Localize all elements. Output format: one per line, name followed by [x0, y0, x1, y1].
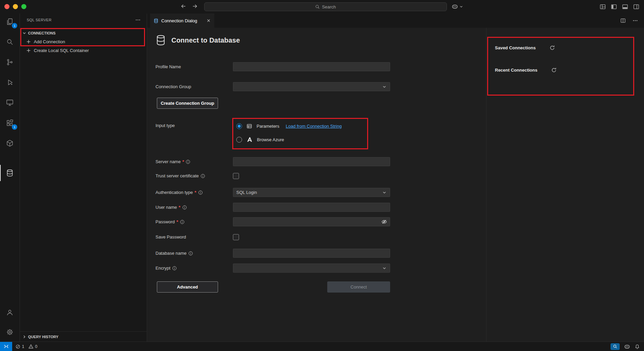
sql-server-icon: [6, 169, 14, 177]
user-name-label: User name *: [156, 205, 233, 210]
connections-section-label: CONNECTIONS: [28, 31, 55, 35]
required-marker: *: [182, 159, 184, 164]
activity-item-settings[interactable]: [0, 324, 20, 340]
parameters-option-row: Parameters Load from Connection String: [233, 122, 342, 130]
window-controls: [4, 4, 26, 9]
toggle-password-visibility-icon[interactable]: [381, 219, 387, 225]
customize-layout-button[interactable]: [600, 4, 606, 10]
encrypt-row: Encrypt: [156, 264, 390, 273]
copilot-menu-button[interactable]: [452, 3, 463, 10]
source-control-icon: [6, 58, 14, 66]
notifications-bell-icon[interactable]: [635, 344, 640, 349]
extensions-badge: 1: [12, 124, 17, 130]
status-bar: 1 0: [0, 342, 644, 351]
warning-icon: [28, 344, 33, 349]
sidebar-item-add-connection[interactable]: Add Connection: [20, 37, 147, 46]
activity-item-extensions[interactable]: 1: [0, 115, 20, 131]
info-icon[interactable]: [172, 266, 177, 271]
minimize-window-button[interactable]: [13, 4, 18, 9]
forward-button[interactable]: [192, 3, 198, 9]
plus-icon: [26, 48, 31, 53]
close-window-button[interactable]: [4, 4, 9, 9]
create-connection-group-button[interactable]: Create Connection Group: [157, 98, 218, 109]
connection-group-label: Connection Group: [156, 84, 233, 89]
recent-connections-label: Recent Connections: [495, 68, 538, 73]
query-history-section-header[interactable]: QUERY HISTORY: [20, 331, 147, 342]
toggle-panel-button[interactable]: [622, 4, 628, 10]
server-name-label: Server name *: [156, 159, 233, 164]
connection-group-row: Connection Group: [156, 82, 390, 91]
recent-connections-section: Recent Connections: [495, 66, 557, 74]
advanced-button[interactable]: Advanced: [157, 281, 218, 293]
sidebar-item-label: Create Local SQL Container: [34, 48, 89, 53]
database-icon: [156, 34, 166, 46]
connect-button[interactable]: Connect: [327, 281, 390, 293]
toggle-primary-sidebar-button[interactable]: [611, 4, 617, 10]
save-password-label: Save Password: [156, 234, 233, 240]
search-icon: [6, 38, 14, 46]
parameters-radio[interactable]: [236, 123, 242, 129]
info-icon[interactable]: [188, 251, 193, 256]
input-type-row: Input type Parameters Load from Connecti…: [156, 122, 342, 144]
authentication-type-label: Authentication type *: [156, 190, 233, 195]
activity-item-explorer[interactable]: 1: [0, 14, 20, 30]
info-icon[interactable]: [180, 220, 185, 224]
back-button[interactable]: [181, 3, 186, 9]
refresh-icon[interactable]: [549, 45, 555, 51]
profile-name-input[interactable]: [233, 62, 390, 71]
required-marker: *: [195, 190, 196, 195]
info-icon[interactable]: [198, 190, 203, 195]
saved-connections-label: Saved Connections: [495, 45, 536, 50]
trust-server-certificate-checkbox[interactable]: [233, 173, 239, 179]
activity-item-run-and-debug[interactable]: [0, 74, 20, 91]
trust-server-certificate-row: Trust server certificate: [156, 171, 239, 180]
page-title: Connect to Database: [171, 36, 240, 44]
explorer-badge: 1: [12, 23, 17, 28]
chevron-down-icon: [382, 84, 387, 89]
tab-bar: Connection Dialog: [147, 14, 644, 28]
sidebar-item-create-local-sql-container[interactable]: Create Local SQL Container: [20, 46, 147, 55]
close-tab-icon[interactable]: [206, 18, 211, 23]
refresh-icon[interactable]: [551, 67, 557, 73]
tab-connection-dialog[interactable]: Connection Dialog: [150, 14, 214, 28]
info-icon[interactable]: [182, 205, 187, 210]
copilot-status-icon[interactable]: [624, 344, 630, 350]
connections-section-header[interactable]: CONNECTIONS: [20, 29, 147, 37]
toggle-secondary-sidebar-button[interactable]: [633, 4, 639, 10]
browse-azure-radio[interactable]: [236, 137, 242, 143]
sidebar: SQL SERVER CONNECTIONS Add Connection Cr…: [20, 14, 147, 342]
activity-item-search[interactable]: [0, 34, 20, 50]
split-editor-icon[interactable]: [620, 18, 626, 23]
info-icon[interactable]: [186, 159, 190, 164]
zoom-window-button[interactable]: [21, 4, 26, 9]
connections-browser-panel: Saved Connections Recent Connections: [486, 28, 644, 342]
problems-status-item[interactable]: 1 0: [12, 344, 40, 349]
more-actions-icon[interactable]: [633, 18, 638, 23]
browse-azure-option-label: Browse Azure: [257, 137, 284, 142]
remote-indicator[interactable]: [0, 342, 12, 351]
activity-item-containers[interactable]: [0, 135, 20, 151]
info-icon[interactable]: [200, 174, 205, 178]
save-password-row: Save Password: [156, 232, 239, 242]
server-name-input[interactable]: [233, 157, 390, 166]
server-name-row: Server name *: [156, 157, 390, 166]
chevron-right-icon: [22, 334, 27, 339]
connection-group-select[interactable]: [233, 82, 390, 91]
connection-dialog-content: Connect to Database Profile Name Connect…: [147, 28, 644, 342]
connection-form: Connect to Database Profile Name Connect…: [147, 28, 486, 342]
authentication-type-select[interactable]: SQL Login: [233, 188, 390, 197]
database-name-input[interactable]: [233, 249, 390, 258]
activity-item-remote-explorer[interactable]: [0, 95, 20, 111]
encrypt-select[interactable]: [233, 264, 390, 273]
activity-item-sql-server[interactable]: [0, 165, 20, 181]
activity-item-accounts[interactable]: [0, 304, 20, 321]
user-name-input[interactable]: [233, 203, 390, 212]
more-actions-icon[interactable]: [135, 17, 141, 23]
activity-item-source-control[interactable]: [0, 54, 20, 70]
command-center-search[interactable]: Search: [204, 2, 447, 11]
password-input[interactable]: [236, 217, 381, 226]
save-password-checkbox[interactable]: [233, 234, 239, 240]
load-connection-string-link[interactable]: Load from Connection String: [286, 124, 341, 129]
zoom-status-button[interactable]: [611, 343, 620, 350]
sidebar-title: SQL SERVER: [27, 18, 52, 22]
